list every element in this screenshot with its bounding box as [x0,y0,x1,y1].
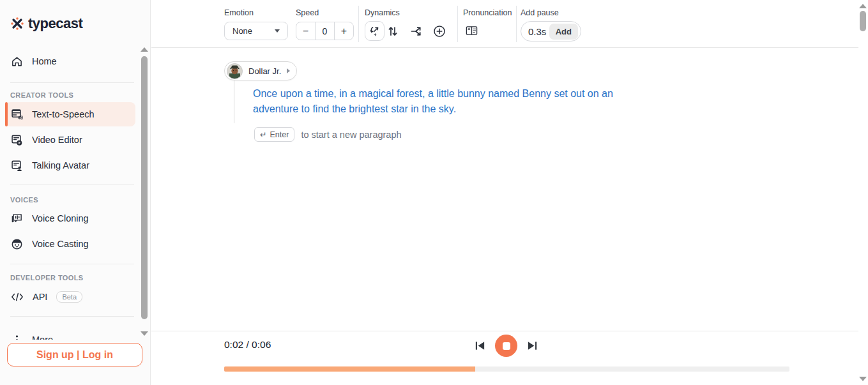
home-icon [11,56,23,68]
stop-icon [503,342,510,350]
main-area: Emotion None Speed − 0 + Dynamics [151,0,858,385]
divider [358,6,359,42]
beta-badge: Beta [56,291,82,303]
split-arrows-icon [410,25,423,38]
speaker-chip[interactable]: Dollar Jr. [224,61,297,80]
speed-increase-button[interactable]: + [335,22,353,40]
divider [10,316,134,317]
divider [151,331,858,331]
skip-back-icon [474,340,486,352]
add-pause-button[interactable]: Add [549,24,578,40]
stop-button[interactable] [495,335,517,357]
enter-arrow-icon: ↵ [260,130,266,139]
chevron-down-icon [275,29,280,33]
scroll-down-arrow-icon[interactable] [859,377,867,381]
divider [10,82,134,83]
dynamics-updown-button[interactable] [386,25,399,38]
playback-controls [474,335,538,357]
speaker-avatar [227,63,243,79]
divider [10,264,134,264]
emotion-dropdown[interactable]: None [224,22,288,40]
video-editor-icon [11,134,23,146]
sidebar-item-label: Voice Casting [32,239,89,249]
enter-key-badge: ↵ Enter [254,127,294,142]
dynamics-branch-button[interactable] [410,25,423,38]
pronunciation-dictionary-button[interactable] [466,26,478,38]
emotion-value: None [232,26,252,36]
pronunciation-label: Pronunciation [463,8,512,17]
active-indicator [5,102,8,126]
sidebar-scrollbar-thumb[interactable] [141,56,148,319]
progress-bar[interactable] [224,366,789,372]
enter-hint-row: ↵ Enter to start a new paragraph [254,127,402,142]
add-pause-label: Add pause [521,8,559,17]
dynamics-label: Dynamics [365,8,400,17]
dictionary-book-icon [466,26,478,36]
scroll-down-arrow-icon[interactable] [141,331,148,336]
section-label-developer-tools: DEVELOPER TOOLS [10,274,84,282]
sidebar-item-label: Talking Avatar [32,160,89,170]
divider [457,6,458,42]
arrows-up-down-icon [386,25,399,38]
enter-hint-text: to start a new paragraph [301,130,401,140]
divider [516,6,517,42]
sidebar-item-label: Voice Cloning [32,213,89,223]
page-scrollbar[interactable] [858,0,868,385]
add-pause-control: 0.3s Add [521,21,581,42]
text-to-speech-icon [11,109,23,121]
sidebar-item-voice-cloning[interactable]: Voice Cloning [5,207,135,230]
voice-cloning-icon [11,213,23,225]
code-icon [11,292,24,302]
sidebar-item-label: Home [32,56,57,66]
emotion-label: Emotion [224,8,254,17]
typecast-mark-icon [10,16,25,31]
talking-avatar-icon [11,160,23,172]
sidebar-item-label: Text-to-Speech [32,109,95,119]
sidebar-item-talking-avatar[interactable]: Talking Avatar [5,154,135,177]
section-label-creator-tools: CREATOR TOOLS [10,91,73,99]
sidebar-item-video-editor[interactable]: Video Editor [5,128,135,151]
sidebar-item-api[interactable]: API Beta [5,285,135,308]
divider [10,185,134,185]
skip-forward-button[interactable] [526,340,538,352]
pitch-change-icon [369,25,381,37]
sidebar-bottom-panel: Sign up | Log in [0,340,150,385]
progress-fill [224,366,475,372]
speed-value: 0 [315,22,335,40]
voice-casting-icon [11,238,23,250]
signup-login-button[interactable]: Sign up | Log in [7,343,142,366]
skip-back-button[interactable] [474,340,486,352]
speed-decrease-button[interactable]: − [296,22,315,40]
sidebar-item-voice-casting[interactable]: Voice Casting [5,232,135,255]
sidebar-scrollbar[interactable] [141,46,148,337]
playback-time: 0:02 / 0:06 [224,339,271,351]
chevron-right-icon [287,68,290,73]
speed-label: Speed [296,8,319,17]
enter-key-label: Enter [270,130,289,139]
sidebar-item-home[interactable]: Home [5,50,135,73]
scroll-up-arrow-icon[interactable] [141,47,148,52]
dynamics-change-button[interactable] [365,21,385,41]
paragraph-guide-line [234,80,234,123]
brand-logo[interactable]: typecast [10,15,82,32]
skip-forward-icon [526,340,538,352]
speed-stepper: − 0 + [296,22,354,40]
pause-duration-value[interactable]: 0.3s [528,26,546,37]
scroll-up-arrow-icon[interactable] [859,4,867,8]
dynamics-add-button[interactable] [433,25,446,38]
sidebar-item-text-to-speech[interactable]: Text-to-Speech [5,102,135,126]
sidebar-item-label: Video Editor [32,135,82,145]
paragraph-text[interactable]: Once upon a time, in a magical forest, a… [253,86,622,117]
sidebar: typecast Home CREATOR TOOLS Text-to-Spee… [0,0,151,385]
sidebar-item-label: API [33,292,47,302]
speaker-name: Dollar Jr. [248,66,281,76]
brand-name: typecast [28,15,82,32]
section-label-voices: VOICES [10,196,38,204]
plus-circle-icon [433,25,446,38]
page-scrollbar-thumb[interactable] [860,11,866,31]
editor-toolbar: Emotion None Speed − 0 + Dynamics [151,0,858,48]
